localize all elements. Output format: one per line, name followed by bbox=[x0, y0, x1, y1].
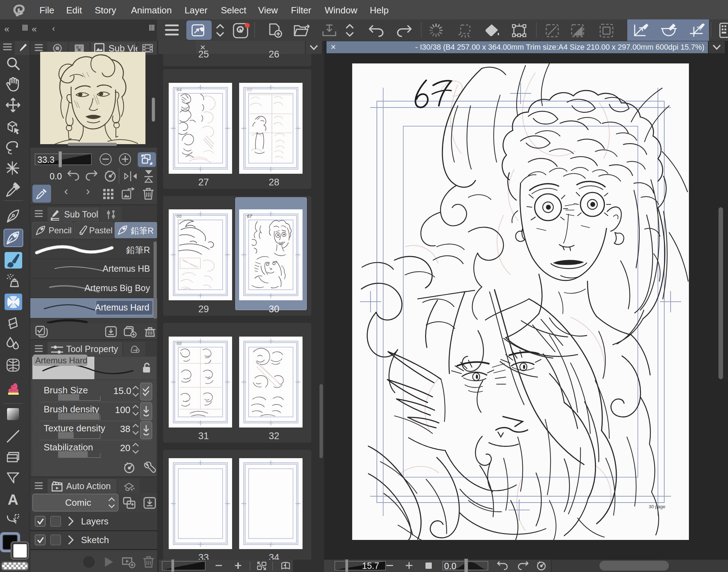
svg-text:66: 66 bbox=[176, 214, 182, 219]
svg-text:64: 64 bbox=[176, 87, 181, 92]
svg-text:65: 65 bbox=[247, 87, 252, 92]
svg-text:30 page: 30 page bbox=[649, 504, 665, 509]
svg-text:67: 67 bbox=[247, 214, 252, 219]
svg-text:68: 68 bbox=[176, 341, 182, 346]
